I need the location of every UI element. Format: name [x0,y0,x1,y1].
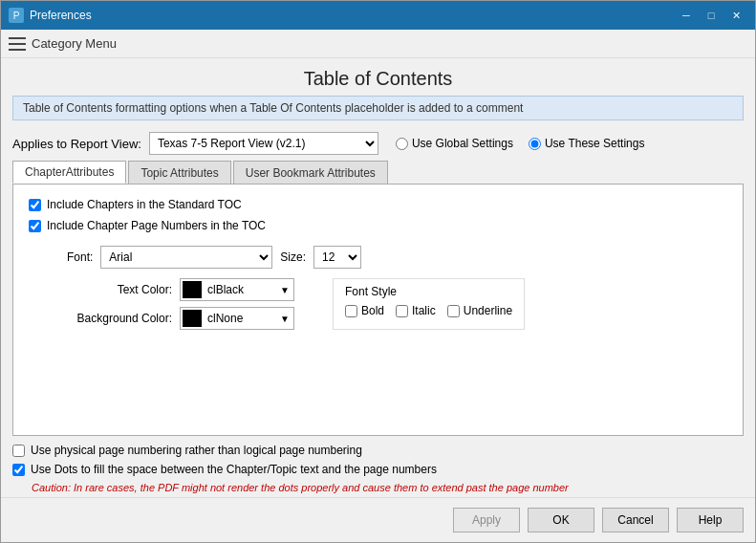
physical-numbering-checkbox[interactable] [12,445,25,457]
help-button[interactable]: Help [677,508,744,532]
cancel-button[interactable]: Cancel [602,508,669,532]
font-label: Font: [67,250,93,264]
chapter-tab-panel: Include Chapters in the Standard TOC Inc… [12,184,744,436]
underline-option[interactable]: Underline [447,304,512,317]
include-page-numbers-checkbox[interactable] [29,220,41,232]
use-dots-label: Use Dots to fill the space between the C… [31,463,437,476]
ok-button[interactable]: OK [528,508,594,532]
underline-label: Underline [464,304,512,317]
font-style-checkboxes: Bold Italic Underline [345,304,512,317]
include-page-numbers-row: Include Chapter Page Numbers in the TOC [29,219,727,232]
italic-checkbox[interactable] [396,305,408,317]
use-dots-row: Use Dots to fill the space between the C… [12,463,744,476]
text-color-swatch [183,281,202,298]
bold-option[interactable]: Bold [345,304,384,317]
report-view-select[interactable]: Texas 7-5 Report View (v2.1) [149,132,378,155]
use-global-option[interactable]: Use Global Settings [396,137,513,150]
font-select[interactable]: Arial [100,246,272,269]
bottom-checkboxes: Use physical page numbering rather than … [1,436,755,497]
tabs-container: ChapterAttributes Topic Attributes User … [12,161,744,436]
text-color-row: Text Color: clBlack ▼ [67,278,294,301]
tab-header: ChapterAttributes Topic Attributes User … [12,161,744,184]
description-text: Table of Contents formatting options whe… [23,101,523,115]
title-bar: P Preferences ─ □ ✕ [1,1,755,30]
text-color-label: Text Color: [67,283,172,296]
font-row: Font: Arial Size: 12 [67,246,727,269]
font-style-title: Font Style [345,285,512,298]
text-color-arrow: ▼ [280,285,293,295]
include-chapters-checkbox[interactable] [29,199,41,211]
size-select[interactable]: 12 [313,246,361,269]
hamburger-icon[interactable] [9,37,26,51]
use-these-option[interactable]: Use These Settings [529,137,645,150]
settings-radio-group: Use Global Settings Use These Settings [396,137,645,150]
bg-color-select[interactable]: clNone ▼ [180,307,294,330]
minimize-button[interactable]: ─ [675,6,698,25]
physical-numbering-label: Use physical page numbering rather than … [31,444,362,457]
physical-numbering-row: Use physical page numbering rather than … [12,444,744,457]
description-bar: Table of Contents formatting options whe… [12,96,744,120]
maximize-button[interactable]: □ [700,6,723,25]
use-these-label: Use These Settings [545,137,645,150]
use-these-radio[interactable] [529,138,541,150]
color-section: Text Color: clBlack ▼ Background Color: [67,278,727,330]
window-title: Preferences [30,9,92,22]
color-column: Text Color: clBlack ▼ Background Color: [67,278,294,330]
bg-color-label: Background Color: [67,312,172,325]
preferences-window: P Preferences ─ □ ✕ Category Menu Table … [0,0,756,543]
text-color-value: clBlack [204,283,280,296]
close-button[interactable]: ✕ [724,6,747,25]
category-menu-label[interactable]: Category Menu [32,36,117,51]
use-global-radio[interactable] [396,138,408,150]
bold-label: Bold [361,304,384,317]
button-bar: Apply OK Cancel Help [1,497,755,542]
bg-color-arrow: ▼ [280,314,293,324]
italic-label: Italic [412,304,436,317]
use-dots-checkbox[interactable] [12,464,25,476]
underline-checkbox[interactable] [447,305,460,317]
tab-chapter-attributes[interactable]: ChapterAttributes [12,161,126,184]
tab-topic-attributes[interactable]: Topic Attributes [128,161,230,184]
applies-label: Applies to Report View: [12,137,141,151]
include-page-numbers-label: Include Chapter Page Numbers in the TOC [47,219,266,232]
bg-color-value: clNone [204,312,280,325]
window-icon: P [9,8,24,23]
applies-row: Applies to Report View: Texas 7-5 Report… [1,128,755,161]
font-style-box: Font Style Bold Italic [333,278,525,330]
size-label: Size: [280,250,306,264]
include-chapters-label: Include Chapters in the Standard TOC [47,198,242,211]
tab-user-bookmark-attributes[interactable]: User Bookmark Attributes [233,161,388,184]
apply-button[interactable]: Apply [453,508,520,532]
bg-color-swatch [183,310,202,327]
include-chapters-row: Include Chapters in the Standard TOC [29,198,727,211]
caution-text: Caution: In rare cases, the PDF might no… [32,482,744,493]
main-content: Table of Contents Table of Contents form… [1,58,755,542]
menu-bar: Category Menu [1,30,755,58]
italic-option[interactable]: Italic [396,304,436,317]
bold-checkbox[interactable] [345,305,357,317]
bg-color-row: Background Color: clNone ▼ [67,307,294,330]
page-title: Table of Contents [1,58,755,96]
window-controls: ─ □ ✕ [675,6,747,25]
use-global-label: Use Global Settings [412,137,513,150]
text-color-select[interactable]: clBlack ▼ [180,278,294,301]
